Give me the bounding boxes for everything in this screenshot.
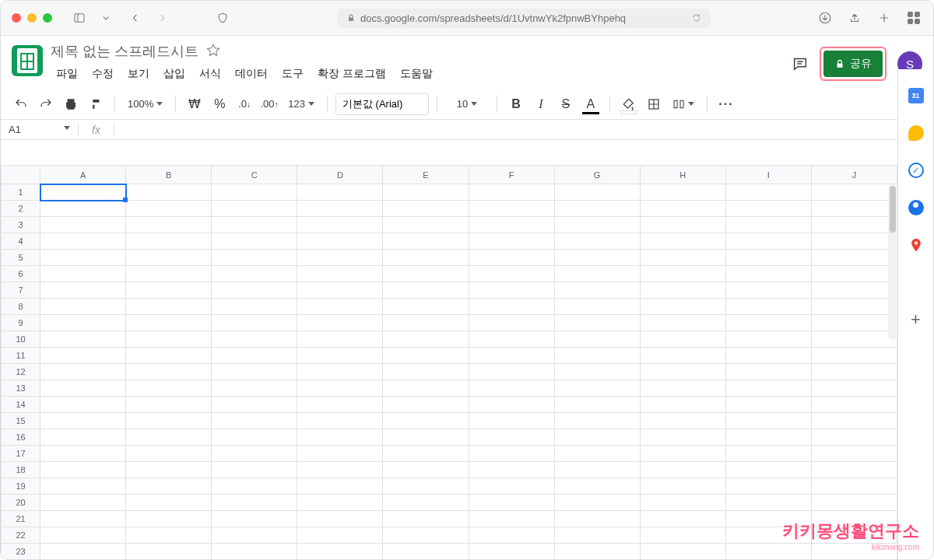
cell-B22[interactable]	[126, 527, 212, 544]
cell-A7[interactable]	[40, 282, 126, 299]
cell-I3[interactable]	[725, 217, 811, 233]
menu-파일[interactable]: 파일	[51, 64, 83, 84]
cell-D20[interactable]	[297, 495, 383, 511]
cell-C9[interactable]	[212, 315, 297, 331]
cell-D6[interactable]	[297, 266, 383, 282]
cell-E4[interactable]	[383, 233, 469, 250]
row-header-22[interactable]: 22	[2, 527, 40, 544]
cell-H1[interactable]	[640, 184, 725, 201]
paint-format-button[interactable]	[85, 93, 107, 115]
cell-J19[interactable]	[811, 478, 897, 495]
cell-J2[interactable]	[811, 201, 897, 217]
cell-D12[interactable]	[297, 364, 383, 380]
borders-button[interactable]	[643, 93, 665, 115]
cell-H4[interactable]	[640, 233, 725, 250]
cell-C8[interactable]	[212, 299, 297, 315]
cell-G19[interactable]	[554, 478, 640, 495]
cell-I20[interactable]	[725, 495, 811, 511]
cell-D22[interactable]	[297, 527, 383, 544]
chevron-down-icon[interactable]	[97, 9, 114, 26]
cell-B17[interactable]	[126, 446, 212, 462]
cell-J10[interactable]	[811, 331, 897, 348]
cell-B3[interactable]	[126, 217, 212, 233]
cell-E1[interactable]	[383, 184, 469, 201]
col-header-F[interactable]: F	[469, 166, 554, 184]
menu-도구[interactable]: 도구	[276, 64, 309, 84]
cell-B19[interactable]	[126, 478, 212, 495]
cell-J3[interactable]	[811, 217, 897, 233]
col-header-B[interactable]: B	[126, 166, 212, 184]
cell-C5[interactable]	[212, 250, 297, 266]
cell-J5[interactable]	[811, 250, 897, 266]
cell-C7[interactable]	[212, 282, 297, 299]
cell-F1[interactable]	[469, 184, 554, 201]
cell-C23[interactable]	[212, 544, 297, 560]
cell-B11[interactable]	[126, 348, 212, 364]
cell-D9[interactable]	[297, 315, 383, 331]
cell-E2[interactable]	[383, 201, 469, 217]
row-header-21[interactable]: 21	[2, 511, 40, 527]
row-header-5[interactable]: 5	[2, 250, 40, 266]
cell-G15[interactable]	[554, 413, 640, 429]
cell-E22[interactable]	[383, 527, 469, 544]
merge-cells-button[interactable]	[668, 98, 699, 110]
col-header-C[interactable]: C	[212, 166, 297, 184]
cell-I4[interactable]	[725, 233, 811, 250]
cell-F18[interactable]	[469, 462, 554, 478]
cell-I13[interactable]	[725, 380, 811, 397]
cell-G8[interactable]	[554, 299, 640, 315]
cell-G13[interactable]	[554, 380, 640, 397]
italic-button[interactable]: I	[530, 93, 552, 115]
decrease-decimal-button[interactable]: .0↓	[234, 93, 255, 115]
cell-G11[interactable]	[554, 348, 640, 364]
cell-F23[interactable]	[469, 544, 554, 560]
cell-B13[interactable]	[126, 380, 212, 397]
zoom-select[interactable]: 100%	[123, 98, 167, 110]
strikethrough-button[interactable]: S	[555, 93, 577, 115]
maps-icon[interactable]	[908, 237, 924, 253]
cell-B23[interactable]	[126, 544, 212, 560]
cell-I2[interactable]	[725, 201, 811, 217]
cell-B5[interactable]	[126, 250, 212, 266]
cell-A23[interactable]	[40, 544, 126, 560]
document-title[interactable]: 제목 없는 스프레드시트	[51, 42, 198, 61]
cell-D3[interactable]	[297, 217, 383, 233]
cell-D8[interactable]	[297, 299, 383, 315]
cell-D2[interactable]	[297, 201, 383, 217]
cell-J17[interactable]	[811, 446, 897, 462]
nav-back-icon[interactable]	[127, 9, 144, 26]
cell-C20[interactable]	[212, 495, 297, 511]
cell-H7[interactable]	[640, 282, 725, 299]
cell-H19[interactable]	[640, 478, 725, 495]
row-header-19[interactable]: 19	[2, 478, 40, 495]
cell-B18[interactable]	[126, 462, 212, 478]
menu-보기[interactable]: 보기	[122, 64, 155, 84]
cell-F13[interactable]	[469, 380, 554, 397]
row-header-15[interactable]: 15	[2, 413, 40, 429]
cell-J16[interactable]	[811, 429, 897, 446]
cell-E10[interactable]	[383, 331, 469, 348]
cell-H15[interactable]	[640, 413, 725, 429]
row-header-1[interactable]: 1	[2, 184, 40, 201]
cell-A5[interactable]	[40, 250, 126, 266]
cell-E9[interactable]	[383, 315, 469, 331]
cell-B7[interactable]	[126, 282, 212, 299]
col-header-J[interactable]: J	[811, 166, 897, 184]
cell-D21[interactable]	[297, 511, 383, 527]
cell-D15[interactable]	[297, 413, 383, 429]
cell-G21[interactable]	[554, 511, 640, 527]
row-header-6[interactable]: 6	[2, 266, 40, 282]
cell-A15[interactable]	[40, 413, 126, 429]
share-icon[interactable]	[846, 9, 863, 26]
cell-F19[interactable]	[469, 478, 554, 495]
bold-button[interactable]: B	[505, 93, 527, 115]
cell-H6[interactable]	[640, 266, 725, 282]
cell-E16[interactable]	[383, 429, 469, 446]
row-header-9[interactable]: 9	[2, 315, 40, 331]
cell-F11[interactable]	[469, 348, 554, 364]
address-bar[interactable]: docs.google.com/spreadsheets/d/1UvtnwYk2…	[337, 9, 711, 28]
cell-B15[interactable]	[126, 413, 212, 429]
cell-B9[interactable]	[126, 315, 212, 331]
download-icon[interactable]	[816, 9, 834, 26]
tasks-icon[interactable]	[908, 163, 924, 178]
